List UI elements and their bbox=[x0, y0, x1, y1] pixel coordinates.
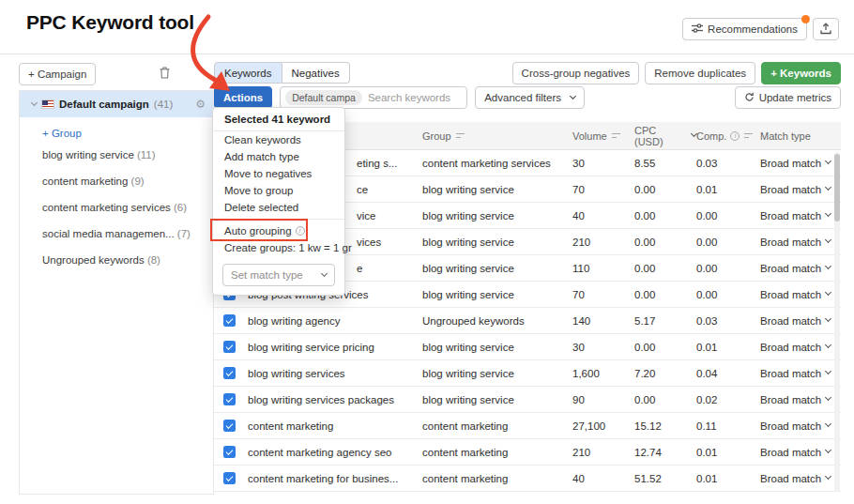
header-volume[interactable]: Volume bbox=[572, 130, 634, 142]
chevron-down-icon[interactable] bbox=[31, 99, 38, 105]
cpc-cell: 5.17 bbox=[634, 315, 696, 327]
set-match-type-select[interactable]: Set match type bbox=[222, 264, 335, 286]
checkbox-cell bbox=[223, 367, 248, 379]
remove-duplicates-button[interactable]: Remove duplicates bbox=[645, 62, 755, 84]
match-type-dropdown[interactable]: Broad match bbox=[760, 473, 841, 484]
match-type-dropdown[interactable]: Broad match bbox=[760, 420, 841, 432]
bulk-buttons: Cross-group negatives Remove duplicates … bbox=[512, 62, 841, 84]
menu-item[interactable]: Clean keywords bbox=[213, 131, 344, 148]
add-keywords-button[interactable]: + Keywords bbox=[761, 62, 841, 84]
search-box[interactable]: Default campa bbox=[280, 86, 467, 109]
comp-cell: 0.01 bbox=[696, 473, 760, 484]
cpc-cell: 7.20 bbox=[634, 368, 696, 379]
sidebar-group-item[interactable]: content marketing (9) bbox=[20, 168, 213, 194]
menu-item[interactable]: Add match type bbox=[213, 148, 344, 165]
match-type-dropdown[interactable]: Broad match bbox=[760, 158, 841, 169]
menu-item[interactable]: Move to negatives bbox=[213, 165, 344, 182]
table-scrollbar-thumb[interactable] bbox=[834, 154, 840, 221]
header-cpc[interactable]: CPC (USD) bbox=[634, 125, 696, 147]
advanced-filters-button[interactable]: Advanced filters bbox=[475, 86, 585, 109]
row-checkbox[interactable] bbox=[223, 393, 236, 405]
sliders-icon bbox=[692, 23, 703, 35]
export-button[interactable] bbox=[813, 18, 839, 40]
match-type-dropdown[interactable]: Broad match bbox=[760, 368, 841, 379]
chevron-down-icon bbox=[825, 184, 831, 191]
update-metrics-button[interactable]: Update metrics bbox=[735, 86, 841, 109]
group-name: blog writing service bbox=[42, 149, 137, 160]
menu-item[interactable]: Move to group bbox=[213, 182, 344, 199]
volume-cell: 70 bbox=[572, 184, 634, 195]
cpc-cell: 51.52 bbox=[634, 473, 696, 484]
add-group-link[interactable]: + Group bbox=[42, 128, 82, 139]
header-group[interactable]: Group bbox=[422, 130, 572, 142]
match-type-dropdown[interactable]: Broad match bbox=[760, 315, 841, 327]
actions-button[interactable]: Actions bbox=[214, 86, 272, 109]
match-type-dropdown[interactable]: Broad match bbox=[760, 263, 841, 274]
campaign-name: Default campaign bbox=[59, 99, 149, 110]
row-checkbox[interactable] bbox=[223, 314, 236, 327]
cpc-cell: 0.00 bbox=[634, 210, 696, 221]
row-checkbox[interactable] bbox=[223, 341, 236, 353]
row-checkbox[interactable] bbox=[223, 367, 236, 379]
sidebar-group-item[interactable]: blog writing service (11) bbox=[20, 142, 213, 168]
sidebar-group-item[interactable]: Ungrouped keywords (8) bbox=[20, 247, 213, 273]
sort-icon bbox=[456, 132, 465, 139]
volume-cell: 40 bbox=[572, 210, 634, 221]
match-type-dropdown[interactable]: Broad match bbox=[760, 447, 841, 458]
checkbox-cell bbox=[223, 420, 248, 432]
tab-negatives[interactable]: Negatives bbox=[282, 62, 350, 84]
recommendations-button[interactable]: Recommendations bbox=[682, 18, 807, 40]
group-count: (9) bbox=[131, 176, 145, 187]
sidebar-group-item[interactable]: content marketing services (6) bbox=[20, 194, 213, 221]
table-row: blog writing services packages blog writ… bbox=[214, 387, 841, 413]
match-type-dropdown[interactable]: Broad match bbox=[760, 289, 841, 300]
match-type-dropdown[interactable]: Broad match bbox=[760, 237, 841, 248]
comp-cell: 0.00 bbox=[696, 263, 760, 274]
actions-toolbar: Actions Default campa Advanced filters bbox=[214, 86, 585, 109]
cpc-cell: 0.00 bbox=[634, 289, 696, 300]
row-checkbox[interactable] bbox=[223, 446, 236, 458]
menu-item-create-groups[interactable]: Create groups: 1 kw = 1 gr bbox=[213, 239, 344, 256]
table-row: content marketing content marketing 27,1… bbox=[214, 413, 841, 439]
cross-group-negatives-button[interactable]: Cross-group negatives bbox=[512, 62, 640, 84]
group-cell: content marketing bbox=[422, 420, 572, 432]
row-checkbox[interactable] bbox=[223, 420, 236, 432]
match-type-dropdown[interactable]: Broad match bbox=[760, 342, 841, 353]
group-count: (7) bbox=[177, 228, 191, 239]
row-checkbox[interactable] bbox=[223, 472, 236, 484]
cpc-cell: 0.00 bbox=[634, 263, 696, 274]
menu-item-auto-grouping[interactable]: Auto groupingi bbox=[213, 222, 344, 239]
campaign-tree-panel: Default campaign (41) ⚙ + Group blog wri… bbox=[19, 90, 214, 495]
header-comp[interactable]: Comp.i bbox=[696, 130, 760, 142]
match-type-dropdown[interactable]: Broad match bbox=[760, 210, 841, 221]
info-icon: i bbox=[296, 226, 305, 236]
menu-item[interactable]: Delete selected bbox=[213, 199, 344, 216]
tab-keywords[interactable]: Keywords bbox=[214, 62, 282, 84]
export-icon bbox=[820, 23, 831, 37]
volume-cell: 40 bbox=[572, 473, 634, 484]
cpc-cell: 0.00 bbox=[634, 342, 696, 353]
group-cell: blog writing service bbox=[422, 237, 572, 248]
us-flag-icon bbox=[41, 99, 54, 109]
add-campaign-button[interactable]: + Campaign bbox=[19, 63, 96, 85]
notification-dot bbox=[801, 15, 810, 23]
campaign-row-default[interactable]: Default campaign (41) ⚙ bbox=[20, 91, 213, 117]
chevron-down-icon bbox=[825, 315, 831, 322]
group-count: (8) bbox=[147, 254, 160, 266]
search-input[interactable] bbox=[368, 92, 462, 103]
actions-menu-list: Clean keywords Add match type Move to ne… bbox=[213, 131, 344, 216]
keyword-cell: blog writing services packages bbox=[248, 394, 422, 405]
comp-cell: 0.00 bbox=[696, 210, 760, 221]
campaign-filter-chip[interactable]: Default campa bbox=[285, 90, 362, 105]
cpc-cell: 15.12 bbox=[634, 420, 696, 432]
sidebar-group-item[interactable]: social media managemen... (7) bbox=[20, 221, 213, 247]
chevron-down-icon bbox=[825, 263, 831, 269]
trash-icon[interactable] bbox=[160, 66, 170, 83]
match-type-dropdown[interactable]: Broad match bbox=[760, 394, 841, 405]
gear-icon[interactable]: ⚙ bbox=[195, 99, 206, 110]
table-row: blog writing service pricing blog writin… bbox=[214, 334, 841, 360]
comp-cell: 0.11 bbox=[696, 420, 760, 432]
match-type-dropdown[interactable]: Broad match bbox=[760, 184, 841, 195]
group-cell: blog writing service bbox=[422, 394, 572, 405]
header-match-type[interactable]: Match type bbox=[760, 130, 841, 142]
